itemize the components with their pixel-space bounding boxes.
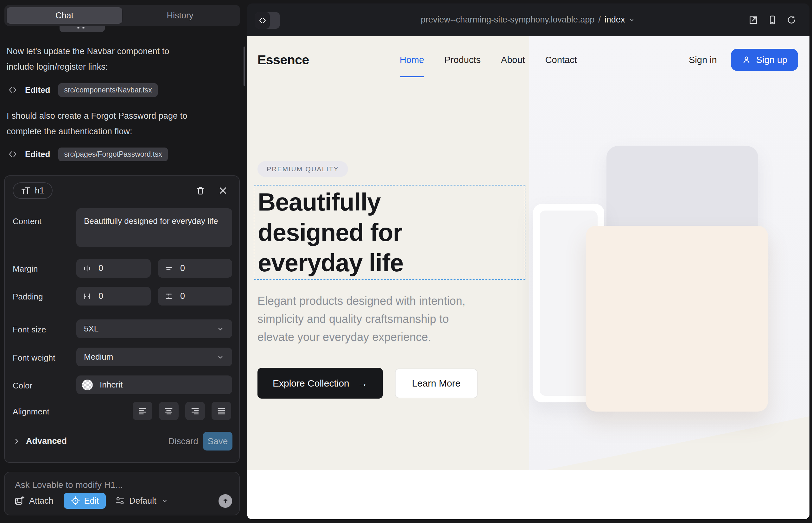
chat-panel: Chat History Now let's update the Navbar… bbox=[0, 0, 246, 523]
delete-element-button[interactable] bbox=[193, 183, 208, 198]
file-badge[interactable]: src/pages/ForgotPassword.tsx bbox=[58, 147, 167, 161]
padding-y-input[interactable]: 0 bbox=[158, 287, 232, 306]
edited-file-row: Edited src/components/Navbar.tsx bbox=[8, 83, 158, 97]
arrow-up-icon bbox=[222, 497, 230, 505]
paragraph-line: Elegant products designed with intention… bbox=[258, 292, 465, 310]
target-icon bbox=[71, 496, 80, 506]
color-field[interactable]: Inherit bbox=[76, 376, 232, 394]
preview-header: preview--charming-site-symphony.lovable.… bbox=[247, 3, 810, 36]
advanced-label: Advanced bbox=[26, 436, 67, 446]
margin-y-input[interactable]: 0 bbox=[158, 259, 232, 278]
rendered-site: Essence Home Products About Contact Sign… bbox=[247, 36, 810, 519]
sign-up-button[interactable]: Sign up bbox=[731, 49, 798, 71]
site-logo[interactable]: Essence bbox=[258, 36, 309, 84]
learn-more-button[interactable]: Learn More bbox=[395, 368, 478, 398]
padding-x-input[interactable]: 0 bbox=[76, 287, 151, 306]
align-justify-button[interactable] bbox=[212, 402, 231, 420]
tab-chat[interactable]: Chat bbox=[7, 7, 122, 24]
attach-button[interactable]: Attach bbox=[14, 496, 54, 506]
edited-label: Edited bbox=[25, 85, 50, 95]
message-line: include login/register links: bbox=[7, 59, 169, 75]
message-line: complete the authentication flow: bbox=[7, 124, 187, 139]
mobile-preview-icon[interactable] bbox=[765, 13, 780, 27]
font-size-label: Font size bbox=[13, 325, 46, 335]
margin-y-value: 0 bbox=[180, 264, 185, 273]
font-weight-select[interactable]: Medium bbox=[76, 348, 232, 366]
refresh-icon[interactable] bbox=[784, 13, 799, 27]
composer-input[interactable]: Ask Lovable to modify H1... bbox=[15, 480, 229, 490]
hero-cta-row: Explore Collection → Learn More bbox=[258, 368, 478, 399]
chat-composer: Ask Lovable to modify H1... Attach Edit bbox=[4, 472, 240, 516]
selected-element-outline[interactable]: Beautifully designed for everyday life bbox=[254, 185, 525, 280]
selected-element-badge: h1 bbox=[13, 182, 53, 199]
composer-toolbar: Attach Edit Default bbox=[14, 493, 232, 509]
hero-eyebrow-badge: PREMIUM QUALITY bbox=[258, 161, 348, 177]
margin-x-input[interactable]: 0 bbox=[76, 259, 151, 278]
nav-link-products[interactable]: Products bbox=[444, 55, 480, 65]
chevron-down-icon bbox=[216, 353, 225, 361]
edited-label: Edited bbox=[25, 149, 50, 159]
content-textarea[interactable]: Beautifully designed for everyday life bbox=[76, 208, 232, 247]
nav-link-home[interactable]: Home bbox=[400, 55, 424, 65]
heading-line: Beautifully bbox=[258, 187, 525, 217]
paragraph-line: elevate your everyday experience. bbox=[258, 328, 465, 346]
code-icon bbox=[8, 85, 17, 95]
save-button[interactable]: Save bbox=[203, 432, 232, 451]
explore-collection-button[interactable]: Explore Collection → bbox=[258, 368, 383, 399]
model-mode-selector[interactable]: Default bbox=[115, 496, 169, 506]
assistant-message: I should also create a Forgot Password p… bbox=[7, 108, 187, 139]
nav-link-contact[interactable]: Contact bbox=[545, 55, 577, 65]
align-center-button[interactable] bbox=[159, 402, 179, 420]
font-weight-value: Medium bbox=[84, 352, 113, 362]
margin-label: Margin bbox=[13, 264, 38, 274]
code-icon bbox=[8, 149, 17, 159]
assistant-message: Now let's update the Navbar component to… bbox=[7, 44, 169, 75]
chat-scrollbar-thumb[interactable] bbox=[244, 47, 245, 86]
padding-x-value: 0 bbox=[99, 291, 103, 301]
message-line: Now let's update the Navbar component to bbox=[7, 44, 169, 59]
edit-mode-button[interactable]: Edit bbox=[64, 493, 106, 509]
sign-up-label: Sign up bbox=[756, 55, 787, 65]
preview-panel: preview--charming-site-symphony.lovable.… bbox=[247, 3, 810, 519]
font-size-select[interactable]: 5XL bbox=[76, 320, 232, 338]
hero-heading[interactable]: Beautifully designed for everyday life bbox=[254, 185, 525, 278]
align-right-button[interactable] bbox=[185, 402, 205, 420]
url-separator: / bbox=[598, 15, 601, 25]
close-icon[interactable] bbox=[216, 183, 230, 198]
color-swatch-transparent bbox=[82, 380, 93, 390]
element-editor-panel: h1 Content Beautifully designed for ever… bbox=[4, 175, 240, 463]
padding-horizontal-icon bbox=[83, 292, 91, 301]
send-button[interactable] bbox=[218, 494, 232, 508]
attach-label: Attach bbox=[29, 496, 54, 506]
edited-file-row: Edited src/pages/ForgotPassword.tsx bbox=[8, 147, 168, 161]
typography-icon bbox=[21, 186, 30, 195]
tab-history[interactable]: History bbox=[122, 7, 238, 24]
chat-history-tabs: Chat History bbox=[4, 5, 240, 26]
padding-label: Padding bbox=[13, 292, 43, 302]
chevron-right-icon bbox=[13, 437, 21, 446]
sliders-icon bbox=[115, 496, 125, 506]
nav-link-about[interactable]: About bbox=[501, 55, 525, 65]
margin-x-value: 0 bbox=[99, 264, 103, 273]
url-page: index bbox=[604, 15, 625, 25]
font-size-value: 5XL bbox=[84, 324, 99, 334]
advanced-toggle[interactable]: Advanced bbox=[13, 432, 67, 451]
element-tag: h1 bbox=[35, 186, 44, 196]
heading-line: designed for bbox=[258, 217, 525, 248]
margin-horizontal-icon bbox=[83, 264, 91, 273]
sign-in-link[interactable]: Sign in bbox=[689, 55, 717, 65]
message-line: I should also create a Forgot Password p… bbox=[7, 108, 187, 124]
edit-label: Edit bbox=[84, 496, 99, 506]
app-window: Chat History Now let's update the Navbar… bbox=[0, 0, 812, 523]
file-badge[interactable]: src/components/Navbar.tsx bbox=[58, 83, 157, 97]
chevron-down-icon bbox=[216, 325, 225, 333]
open-in-new-tab-icon[interactable] bbox=[746, 13, 761, 27]
align-left-button[interactable] bbox=[133, 402, 152, 420]
color-label: Color bbox=[13, 381, 32, 391]
font-weight-label: Font weight bbox=[13, 353, 55, 363]
site-nav-auth: Sign in Sign up bbox=[689, 36, 798, 84]
content-label: Content bbox=[13, 217, 41, 227]
preview-actions bbox=[746, 13, 799, 27]
discard-button[interactable]: Discard bbox=[163, 432, 203, 451]
preview-url-bar[interactable]: preview--charming-site-symphony.lovable.… bbox=[247, 3, 810, 36]
